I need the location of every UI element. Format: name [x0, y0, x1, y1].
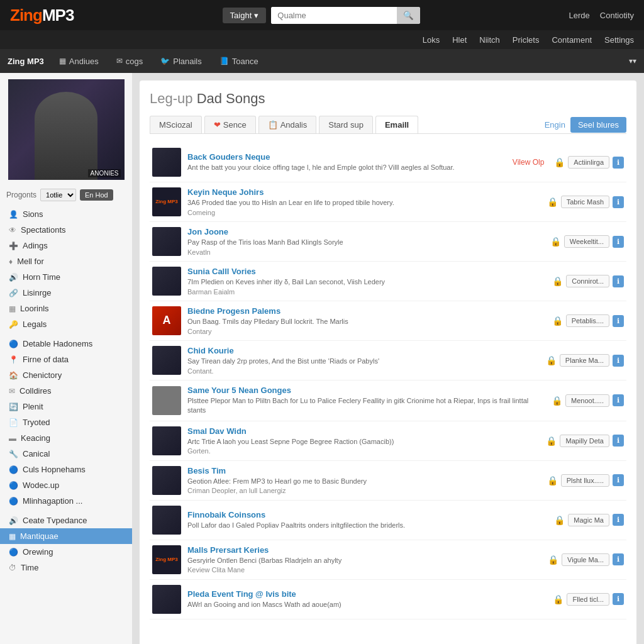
- action-btn-8[interactable]: Plsht llux.....: [561, 474, 609, 487]
- tab-sence[interactable]: ❤ Sence: [204, 116, 256, 133]
- action-btn-2[interactable]: Weekeltit...: [564, 235, 609, 248]
- sidebar-item-time[interactable]: ⏱ Time: [0, 560, 132, 575]
- tab-stard-sup[interactable]: Stard sup: [319, 116, 373, 133]
- song-thumb-10: Zing MP3: [152, 545, 181, 574]
- top-link-contiotity[interactable]: Contiotity: [600, 11, 634, 20]
- action-btn-4[interactable]: Petablis....: [566, 314, 609, 327]
- tab-msciozal[interactable]: MSciozal: [150, 116, 202, 133]
- sidebar-item-loorinls[interactable]: ▦ Loorinls: [0, 301, 132, 316]
- sidebar-item-mantiquae[interactable]: ▦ Mantiquae: [0, 528, 132, 544]
- sidebar-item-ceate[interactable]: 🔊 Ceate Tvpedance: [0, 513, 132, 528]
- sidebar-item-legals[interactable]: 🔑 Legals: [0, 316, 132, 332]
- info-btn-10[interactable]: ℹ: [613, 553, 624, 565]
- nav-settings[interactable]: Settings: [604, 35, 634, 45]
- song-title-6[interactable]: Same Your 5 Nean Gonges: [187, 386, 545, 395]
- nav-hlet[interactable]: Hlet: [452, 35, 467, 45]
- info-btn-2[interactable]: ℹ: [613, 236, 624, 248]
- info-btn-1[interactable]: ℹ: [613, 196, 624, 208]
- sidebar-item-sions[interactable]: 👤 Sions: [0, 206, 132, 222]
- action-btn-6[interactable]: Menoot.....: [565, 394, 609, 407]
- nav-priclets[interactable]: Priclets: [513, 35, 540, 45]
- second-nav-cogs[interactable]: ✉ cogs: [109, 53, 150, 70]
- info-btn-11[interactable]: ℹ: [613, 593, 624, 605]
- song-title-11[interactable]: Pleda Event Ting @ Ivis bite: [187, 589, 547, 599]
- nav-loks[interactable]: Loks: [423, 35, 440, 45]
- song-title-3[interactable]: Sunia Calll Vories: [187, 267, 546, 276]
- engin-link[interactable]: Engin: [545, 120, 565, 130]
- tab-emaill[interactable]: Emaill: [375, 116, 418, 133]
- action-btn-7[interactable]: Mapilly Deta: [560, 435, 609, 447]
- action-btn-9[interactable]: Magic Ma: [568, 514, 609, 526]
- sidebar-item-detable[interactable]: 🔵 Detable Hadonems: [0, 336, 132, 352]
- song-title-10[interactable]: Malls Prersart Keries: [187, 545, 541, 555]
- sidebar-item-mell-for[interactable]: ♦ Mell for: [0, 253, 132, 269]
- sidebar-item-canical[interactable]: 🔧 Canical: [0, 446, 132, 462]
- second-nav-planails[interactable]: 🐦 Planails: [153, 53, 209, 70]
- nav-contament[interactable]: Contament: [552, 35, 592, 45]
- sidebar-item-lisinrge[interactable]: 🔗 Lisinrge: [0, 285, 132, 301]
- nav-arrows[interactable]: ▾▾: [629, 57, 636, 65]
- info-btn-5[interactable]: ℹ: [613, 355, 624, 367]
- song-title-8[interactable]: Besis Tim: [187, 466, 541, 475]
- action-btn-10[interactable]: Vigule Ma...: [562, 553, 609, 566]
- song-title-1[interactable]: Keyin Neque Johirs: [187, 187, 541, 197]
- seel-blures-button[interactable]: Seel blures: [570, 117, 626, 133]
- song-actions-1: 🔒 Tabric Mash ℹ: [547, 196, 624, 208]
- tab-andalis[interactable]: 📋 Andalis: [258, 116, 317, 133]
- wodec-icon: 🔵: [9, 481, 18, 490]
- progonts-select[interactable]: 1otlie: [40, 189, 76, 201]
- view-link-0[interactable]: Vilew Olp: [513, 158, 544, 167]
- en-hod-button[interactable]: En Hod: [80, 189, 113, 201]
- second-nav-andiues[interactable]: ▦ Andiues: [52, 53, 106, 70]
- song-desc-0: Ant the batt you your cloice offing tage…: [187, 163, 506, 172]
- action-btn-0[interactable]: Actiinlirga: [568, 156, 609, 169]
- sidebar-item-plenit[interactable]: 🔄 Plenit: [0, 399, 132, 414]
- sidebar-item-wodec[interactable]: 🔵 Wodec.up: [0, 477, 132, 493]
- sidebar-item-mlinhapt[interactable]: 🔵 Mlinhagaption ...: [0, 493, 132, 509]
- action-btn-11[interactable]: Flled ticl...: [567, 593, 609, 606]
- sidebar-label: Canical: [23, 449, 50, 458]
- taight-button[interactable]: Taight ▾: [223, 8, 267, 23]
- info-btn-4[interactable]: ℹ: [613, 315, 624, 327]
- legals-icon: 🔑: [9, 320, 18, 329]
- info-btn-8[interactable]: ℹ: [613, 474, 624, 486]
- sidebar-item-orewing[interactable]: 🔵 Orewing: [0, 544, 132, 560]
- song-item-2: Jon Joone Pay Rasp of the Tiris loas Man…: [150, 222, 626, 262]
- info-btn-3[interactable]: ℹ: [613, 275, 624, 287]
- sidebar-item-horn-time[interactable]: 🔊 Horn Time: [0, 269, 132, 285]
- song-title-5[interactable]: Chid Kourie: [187, 346, 540, 355]
- song-info-10: Malls Prersart Keries Gesryirle Ontlen B…: [187, 545, 541, 574]
- song-title-2[interactable]: Jon Joone: [187, 227, 544, 236]
- song-thumb-7: [152, 426, 181, 455]
- action-btn-1[interactable]: Tabric Mash: [561, 196, 609, 208]
- sidebar-label: Adings: [23, 241, 48, 250]
- sidebar-item-tryoted[interactable]: 📄 Tryoted: [0, 414, 132, 430]
- action-btn-3[interactable]: Connirot...: [566, 275, 609, 287]
- sidebar-item-chenictory[interactable]: 🏠 Chenictory: [0, 367, 132, 383]
- sidebar-label: Mlinhagaption ...: [23, 496, 82, 506]
- info-btn-0[interactable]: ℹ: [613, 157, 624, 169]
- search-input[interactable]: [271, 7, 397, 24]
- top-link-lerde[interactable]: Lerde: [569, 11, 590, 20]
- song-title-4[interactable]: Biedne Progesn Palems: [187, 306, 546, 316]
- info-btn-9[interactable]: ℹ: [613, 514, 624, 526]
- info-btn-6[interactable]: ℹ: [613, 394, 624, 406]
- sidebar-item-culs[interactable]: 🔵 Culs Hopnehams: [0, 462, 132, 477]
- sidebar-item-firne[interactable]: 📍 Firne of data: [0, 352, 132, 367]
- page-title: Leg-up Dad Songs: [150, 91, 626, 107]
- sidebar-item-adings[interactable]: ➕ Adings: [0, 238, 132, 253]
- search-button[interactable]: 🔍: [397, 7, 420, 24]
- song-title-9[interactable]: Finnobaik Coinsons: [187, 510, 548, 519]
- second-nav-toance[interactable]: 📘 Toance: [212, 53, 266, 70]
- sidebar-item-colldires[interactable]: ✉ Colldires: [0, 383, 132, 399]
- song-title-0[interactable]: Back Gouders Neque: [187, 152, 506, 162]
- sidebar-item-keacing[interactable]: ▬ Keacing: [0, 430, 132, 446]
- song-title-7[interactable]: Smal Dav Widn: [187, 426, 540, 436]
- sidebar-item-spectationts[interactable]: 👁 Spectationts: [0, 222, 132, 238]
- song-info-11: Pleda Event Ting @ Ivis bite AWrl an Goo…: [187, 589, 547, 609]
- info-btn-7[interactable]: ℹ: [613, 435, 624, 447]
- logo[interactable]: ZingMP3: [10, 6, 74, 25]
- lock-icon-4: 🔒: [552, 316, 563, 326]
- nav-niitch[interactable]: Niitch: [479, 35, 500, 45]
- action-btn-5[interactable]: Planke Ma...: [560, 354, 609, 367]
